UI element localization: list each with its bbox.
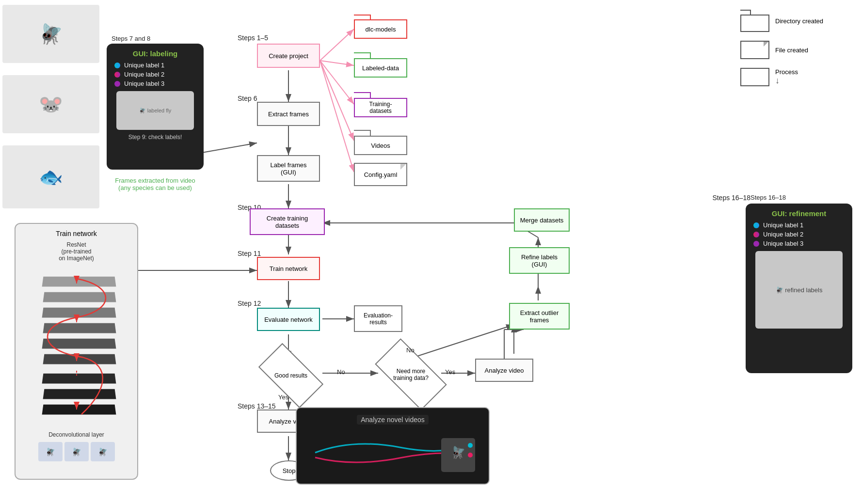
svg-line-10 <box>320 61 354 172</box>
evaluate-network-box: Evaluate network <box>257 308 320 331</box>
frames-extracted-text: Frames extracted from video (any species… <box>107 177 204 191</box>
step12-label: Step 12 <box>238 299 261 307</box>
svg-line-7 <box>320 61 354 65</box>
steps-15-label: Steps 1–5 <box>238 34 268 42</box>
videos-dir: Videos <box>354 130 407 155</box>
evaluation-results-box: Evaluation- results <box>354 305 402 332</box>
resnet-label: ResNet (pre-trained on ImageNet) <box>21 241 131 262</box>
gui-refinement-panel: Steps 16–18 GUI: refinement Unique label… <box>746 204 852 373</box>
training-datasets-dir: Training- datasets <box>354 92 407 117</box>
config-yaml-file: Config.yaml <box>354 163 407 186</box>
good-results-diamond: Good results <box>262 359 320 393</box>
yes1-label: Yes <box>278 394 288 401</box>
svg-text:🪰: 🪰 <box>451 445 465 459</box>
labeled-data-dir: Labeled-data <box>354 52 407 78</box>
extract-outlier-box: Extract outlier frames <box>509 303 570 330</box>
step6-label: Step 6 <box>238 94 257 102</box>
check-labels-text: Step 9: check labels! <box>114 134 196 141</box>
svg-line-6 <box>320 29 354 61</box>
novel-videos-panel: Analyze novel videos 🪰 <box>296 407 490 485</box>
svg-line-8 <box>320 61 354 104</box>
step11-label: Step 11 <box>238 250 261 257</box>
legend-directory-label: Directory created <box>775 17 823 25</box>
gui-label-3: Unique label 3 <box>114 80 196 87</box>
steps-1315-label: Steps 13–15 <box>238 402 276 410</box>
legend-arrow-icon: ↓ <box>775 76 780 86</box>
gui-labeling-title: GUI: labeling <box>114 49 196 58</box>
merge-datasets-box: Merge datasets <box>514 208 570 232</box>
train-network-panel: Train network ResNet (pre-trained on Ima… <box>15 223 138 480</box>
gui-ref-label-3: Unique label 3 <box>753 240 845 247</box>
create-project-box: Create project <box>257 44 320 68</box>
deconv-label: Deconvolutional layer <box>21 431 131 438</box>
fly-images-row: 🪰 🪰 🪰 <box>21 442 131 461</box>
legend-process: Process ↓ <box>740 68 823 86</box>
no1-label: No <box>337 368 345 376</box>
svg-point-38 <box>468 453 473 457</box>
dlc-models-dir: dlc-models <box>354 15 407 39</box>
train-panel-title: Train network <box>21 230 131 237</box>
diagram-container: Directory created File created Process ↓… <box>0 0 862 504</box>
gui-labeling-panel: Steps 7 and 8 GUI: labeling Unique label… <box>107 44 204 170</box>
svg-line-9 <box>320 61 354 141</box>
fly-image: 🪰 <box>2 5 99 63</box>
fish-image: 🐟 <box>2 145 99 208</box>
legend-process-label: Process <box>775 68 798 76</box>
gui-label-1: Unique label 1 <box>114 62 196 69</box>
legend-file-label: File created <box>775 47 808 54</box>
train-network-box: Train network <box>257 257 320 280</box>
gui-label-2: Unique label 2 <box>114 71 196 78</box>
gui-ref-label-1: Unique label 1 <box>753 221 845 229</box>
create-training-box: Create training datasets <box>250 208 325 235</box>
mouse-image: 🐭 <box>2 75 99 133</box>
refine-labels-box: Refine labels (GUI) <box>509 247 570 274</box>
label-frames-box: Label frames (GUI) <box>257 155 320 182</box>
tracking-visualization: 🪰 <box>305 428 480 477</box>
gui-ref-label-2: Unique label 2 <box>753 231 845 238</box>
steps78-label: Steps 7 and 8 <box>112 35 150 42</box>
legend-file: File created <box>740 41 823 59</box>
analyze-novel-label: Analyze novel videos <box>357 415 429 425</box>
need-more-diamond: Need more training data? <box>378 356 444 393</box>
svg-point-37 <box>468 443 473 448</box>
legend-directory: Directory created <box>740 10 823 32</box>
legend: Directory created File created Process ↓ <box>740 10 823 86</box>
gui-refinement-title: GUI: refinement <box>753 209 845 218</box>
svg-line-18 <box>410 325 514 359</box>
extract-frames-box: Extract frames <box>257 102 320 126</box>
fly-illustration: 🪰 labeled fly <box>116 91 194 130</box>
analyze-video2-box: Analyze video <box>475 359 533 382</box>
steps1618-label2: Steps 16–18 <box>750 194 786 201</box>
no2-label: No <box>406 346 415 354</box>
refinement-fly-illustration: 🪰 refined labels <box>755 251 843 329</box>
steps-1618-label: Steps 16–18 <box>712 194 750 202</box>
yes2-label: Yes <box>445 368 455 376</box>
